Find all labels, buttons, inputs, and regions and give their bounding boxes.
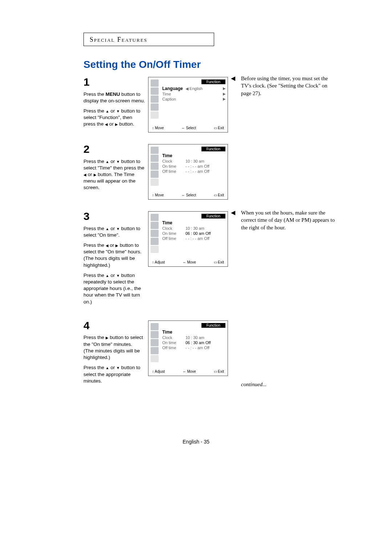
up-icon: ▲ — [106, 274, 109, 278]
osd-label: Time — [162, 92, 185, 96]
txt: or — [109, 108, 117, 114]
osd-f1: Move — [155, 193, 164, 197]
osd-f3: Exit — [218, 193, 224, 197]
osd-icon — [151, 331, 159, 338]
osd-icon — [151, 171, 159, 178]
osd-icon — [151, 347, 159, 354]
osd-row: Language ◀ English ▶ — [162, 86, 225, 91]
osd-label: Time — [162, 153, 185, 158]
osd-value: 06 : 30 am Off — [185, 340, 225, 345]
osd-label: Off time — [162, 236, 185, 241]
osd-icon — [151, 79, 159, 87]
step-3-note: When you set the hours, make sure the co… — [241, 209, 335, 309]
osd-value: - - : - - am Off — [185, 164, 225, 168]
osd-value: ◀ English — [185, 86, 213, 91]
step-4-text: 4 Press the ▶ button to select the "On t… — [83, 318, 145, 388]
osd-f2: Move — [187, 369, 196, 373]
osd-f1: Adjust — [155, 369, 165, 373]
osd-icon — [151, 355, 159, 362]
right-icon: ▶ — [213, 97, 225, 101]
osd-value: - - : - - am Off — [185, 346, 225, 350]
txt: or — [109, 365, 117, 370]
txt: button. — [118, 121, 134, 127]
osd-footer: ↕ Move ↔ Select ▭ Exit — [151, 126, 225, 130]
osd-title: Function — [201, 79, 225, 84]
section-header: Special Features — [83, 33, 214, 46]
osd-f2: Move — [187, 260, 196, 264]
osd-f3: Exit — [218, 369, 224, 373]
osd-screenshot: Function Language ◀ English ▶ Time ▶ — [148, 77, 228, 132]
osd-f1: Adjust — [155, 260, 165, 264]
osd-label: Off time — [162, 169, 185, 173]
osd-icon — [151, 339, 159, 346]
osd-value: 10 : 30 am — [185, 159, 225, 163]
down-icon: ▼ — [116, 110, 120, 113]
note-arrow-icon: ◀ — [231, 75, 238, 132]
step-3-text: 3 Press the ▲ or ▼ button to select "On … — [83, 209, 145, 309]
step-1-osd: Function Language ◀ English ▶ Time ▶ — [148, 75, 228, 132]
osd-value: - - : - - am Off — [185, 169, 225, 173]
right-icon: ▶ — [213, 92, 225, 96]
osd-row: Time ▶ — [162, 91, 225, 97]
step-2-text: 2 Press the ▲ or ▼ button to select "Tim… — [83, 142, 145, 200]
osd-icon — [151, 246, 159, 253]
txt: (The minutes digits will be highlighted.… — [83, 348, 140, 360]
step-3: 3 Press the ▲ or ▼ button to select "On … — [83, 209, 356, 309]
osd-icon — [151, 214, 159, 221]
txt: Press the — [83, 91, 106, 97]
content: Setting the On/Off Timer 1 Press the MEN… — [83, 59, 356, 388]
osd-title: Function — [201, 323, 225, 328]
right-icon: ▶ — [94, 173, 97, 177]
step-4-osd: Function Time Clock10 : 30 am On time06 … — [148, 318, 228, 388]
osd-screenshot: Function Time Clock10 : 30 am On time06 … — [148, 211, 228, 267]
continued-label: continued... — [241, 381, 266, 388]
osd-row: Caption ▶ — [162, 97, 225, 102]
page-title: Setting the On/Off Timer — [83, 59, 356, 70]
page-footer: English - 35 — [36, 439, 356, 445]
step-4: 4 Press the ▶ button to select the "On t… — [83, 318, 356, 388]
osd-f3: Exit — [218, 126, 224, 130]
step-1-number: 1 — [83, 75, 145, 90]
osd-icon — [151, 230, 159, 237]
step-4-number: 4 — [83, 318, 145, 333]
menu-btn-label: MENU — [106, 91, 120, 97]
osd-icon — [151, 238, 159, 245]
osd-icon — [151, 163, 159, 170]
step-2-osd: Function Time Clock10 : 30 am On time- -… — [148, 142, 228, 200]
osd-label: Language — [162, 86, 185, 91]
right-icon: ▶ — [115, 123, 118, 126]
osd-f3: Exit — [218, 260, 224, 264]
osd-icon — [151, 87, 159, 95]
note-arrow-icon: ◀ — [231, 209, 238, 309]
txt: or — [109, 273, 117, 278]
osd-value: - - : - - am Off — [185, 236, 225, 241]
up-icon: ▲ — [106, 227, 109, 231]
osd-value: 10 : 30 am — [185, 335, 225, 340]
page: Special Features Setting the On/Off Time… — [0, 0, 392, 466]
step-3-number: 3 — [83, 209, 145, 224]
step-2: 2 Press the ▲ or ▼ button to select "Tim… — [83, 142, 356, 200]
osd-screenshot: Function Time Clock10 : 30 am On time06 … — [148, 320, 228, 376]
osd-title: Function — [201, 214, 225, 219]
txt: Press the — [83, 335, 106, 340]
right-icon: ▶ — [106, 336, 109, 340]
osd-value: 06 : 00 am Off — [185, 231, 225, 236]
osd-icon — [151, 222, 159, 229]
osd-label: Clock — [162, 159, 185, 163]
osd-f2: Select — [186, 193, 196, 197]
step-1-text: 1 Press the MENU button to display the o… — [83, 75, 145, 132]
osd-icon — [151, 111, 159, 119]
osd-label: Time — [162, 220, 185, 225]
left-icon: ◀ — [83, 173, 86, 177]
osd-icon — [151, 95, 159, 103]
txt: Press the — [83, 159, 106, 164]
osd-icon — [151, 147, 159, 154]
osd-label: Caption — [162, 97, 185, 101]
osd-icon — [151, 179, 159, 186]
osd-label: Off time — [162, 346, 185, 350]
down-icon: ▼ — [116, 227, 120, 231]
up-icon: ▲ — [106, 160, 109, 164]
osd-label: On time — [162, 164, 185, 168]
osd-f2: Select — [186, 126, 196, 130]
osd-label: On time — [162, 231, 185, 236]
